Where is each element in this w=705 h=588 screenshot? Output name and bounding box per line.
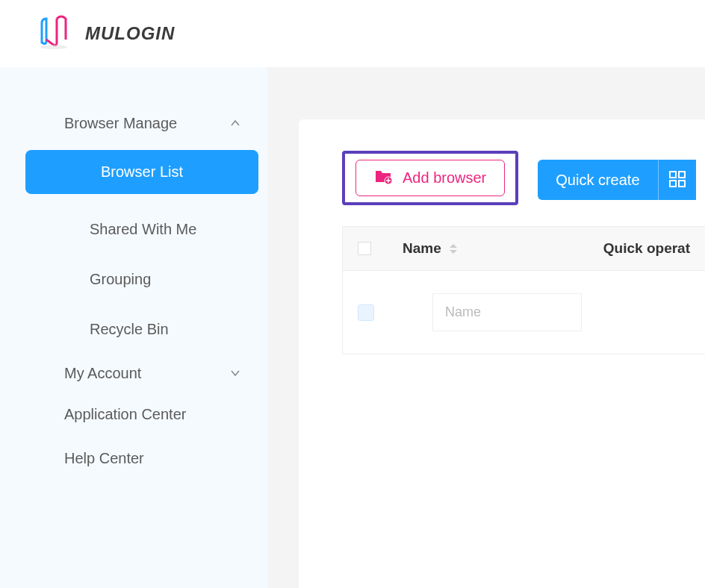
- table-header: Name Quick operat: [342, 226, 705, 271]
- select-all-checkbox[interactable]: [358, 242, 371, 255]
- chevron-up-icon: [230, 115, 240, 132]
- main-container: Browser Manage Browser List Shared With …: [0, 67, 705, 588]
- row-checkbox-cell: [358, 304, 403, 321]
- sidebar-item-browser-list[interactable]: Browser List: [25, 150, 258, 194]
- sort-icon: [449, 243, 458, 254]
- nav-section-label: Browser Manage: [64, 115, 177, 132]
- sidebar-item-label: Browser List: [101, 163, 183, 180]
- grid-icon: [669, 171, 686, 190]
- svg-rect-4: [670, 181, 676, 187]
- sidebar-item-recycle-bin[interactable]: Recycle Bin: [25, 304, 258, 354]
- header-checkbox-cell: [358, 242, 403, 255]
- row-checkbox[interactable]: [358, 304, 374, 321]
- quick-create-group: Quick create: [538, 160, 695, 200]
- sidebar-item-help-center[interactable]: Help Center: [25, 437, 263, 481]
- sidebar-item-label: Application Center: [64, 406, 186, 422]
- app-logo: MULOGIN: [36, 11, 175, 56]
- sidebar-item-grouping[interactable]: Grouping: [25, 254, 258, 304]
- sidebar-item-label: Recycle Bin: [90, 321, 169, 337]
- column-header-name[interactable]: Name: [403, 240, 552, 257]
- nav-section-browser-manage[interactable]: Browser Manage: [25, 104, 263, 143]
- svg-rect-5: [679, 181, 685, 187]
- add-browser-button[interactable]: Add browser: [355, 160, 505, 196]
- add-browser-highlight: Add browser: [342, 151, 518, 205]
- sidebar-item-shared-with-me[interactable]: Shared With Me: [25, 204, 258, 254]
- sidebar-item-label: Grouping: [90, 271, 151, 287]
- browser-table: Name Quick operat: [342, 226, 705, 354]
- quick-create-button[interactable]: Quick create: [538, 160, 657, 200]
- logo-icon: [36, 11, 78, 56]
- nav-section-my-account[interactable]: My Account: [25, 354, 263, 392]
- add-browser-label: Add browser: [403, 169, 486, 187]
- svg-rect-3: [679, 172, 685, 178]
- svg-rect-2: [670, 172, 676, 178]
- chevron-down-icon: [230, 365, 240, 382]
- grid-view-button[interactable]: [658, 160, 696, 200]
- sidebar-item-application-center[interactable]: Application Center: [25, 392, 263, 437]
- sidebar: Browser Manage Browser List Shared With …: [0, 67, 267, 588]
- logo-text: MULOGIN: [85, 23, 175, 44]
- app-header: MULOGIN: [0, 0, 705, 67]
- quick-create-label: Quick create: [556, 172, 639, 188]
- column-header-label: Quick operat: [603, 240, 690, 256]
- sidebar-item-label: Shared With Me: [90, 221, 196, 237]
- content-panel: Add browser Quick create: [299, 119, 705, 588]
- svg-point-0: [40, 45, 67, 49]
- content-area: Add browser Quick create: [267, 67, 705, 588]
- name-filter-input[interactable]: [432, 293, 582, 331]
- nav-section-label: My Account: [64, 365, 141, 382]
- folder-add-icon: [374, 168, 392, 188]
- table-row: [342, 271, 705, 354]
- column-header-quick-operation: Quick operat: [603, 240, 690, 257]
- toolbar: Add browser Quick create: [299, 151, 705, 205]
- sidebar-item-label: Help Center: [64, 450, 144, 466]
- column-header-label: Name: [403, 240, 441, 257]
